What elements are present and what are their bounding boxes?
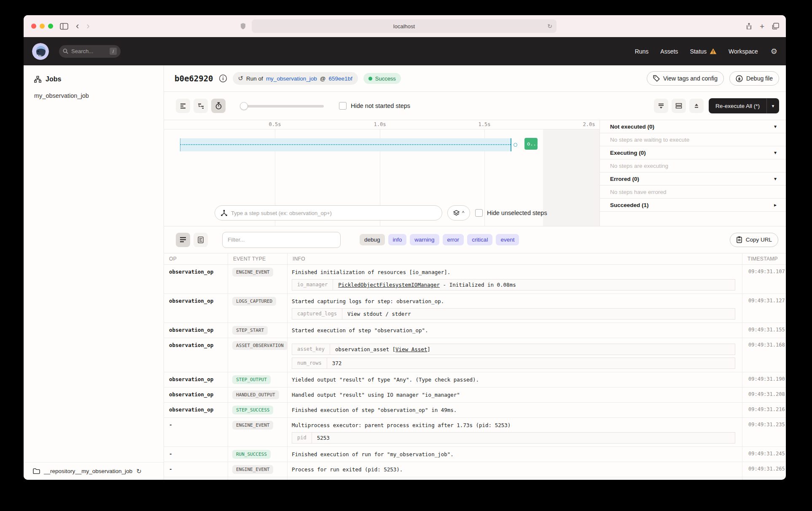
- metadata-link[interactable]: View Asset: [395, 346, 427, 352]
- debug-file-button[interactable]: Debug file: [729, 71, 779, 86]
- log-level-critical[interactable]: critical: [467, 234, 492, 245]
- log-row[interactable]: -ENGINE_EVENTProcess for run exited (pid…: [164, 462, 786, 477]
- log-message: Process for run exited (pid: 5253).: [292, 465, 735, 474]
- log-row[interactable]: observation_opLOGS_CAPTUREDStarted captu…: [164, 294, 786, 323]
- step-subset-input[interactable]: [231, 210, 436, 216]
- log-row[interactable]: observation_opSTEP_SUCCESSFinished execu…: [164, 403, 786, 418]
- global-search[interactable]: Search... /: [59, 45, 121, 58]
- flat-view-button[interactable]: [176, 99, 190, 113]
- nav-workspace[interactable]: Workspace: [729, 48, 758, 55]
- back-icon[interactable]: ‹: [76, 22, 79, 31]
- log-structured-view-button[interactable]: [194, 233, 208, 247]
- section-errored[interactable]: Errored (0) ▾: [600, 172, 786, 186]
- event-type-badge[interactable]: RUN_SUCCESS: [232, 450, 271, 459]
- gantt-canvas: o...: [164, 129, 600, 226]
- view-tags-config-button[interactable]: View tags and config: [647, 71, 724, 86]
- zoom-window-button[interactable]: [48, 24, 53, 29]
- reexecute-all-button[interactable]: Re-execute All (*): [709, 98, 766, 113]
- collapse-down-button[interactable]: [654, 99, 668, 113]
- info-icon[interactable]: [219, 74, 227, 83]
- sidebar-title-label: Jobs: [46, 75, 61, 83]
- hide-not-started-checkbox[interactable]: Hide not started steps: [339, 102, 410, 110]
- new-tab-icon[interactable]: +: [760, 22, 764, 30]
- forward-icon[interactable]: ›: [86, 22, 89, 31]
- event-type-badge[interactable]: STEP_START: [232, 326, 268, 335]
- event-type-badge[interactable]: LOGS_CAPTURED: [232, 297, 276, 306]
- nav-runs[interactable]: Runs: [635, 48, 649, 55]
- step-bar-observation-op[interactable]: o...: [524, 138, 538, 150]
- event-type-badge[interactable]: STEP_OUTPUT: [232, 375, 271, 384]
- log-filter-input[interactable]: [222, 232, 341, 248]
- log-level-warning[interactable]: warning: [410, 234, 439, 245]
- log-row[interactable]: observation_opSTEP_STARTStarted executio…: [164, 323, 786, 338]
- log-message: Multiprocess executor: parent process ex…: [292, 421, 735, 430]
- close-window-button[interactable]: [31, 24, 36, 29]
- checkbox-box[interactable]: [339, 102, 347, 110]
- slider-knob[interactable]: [240, 102, 248, 110]
- log-row[interactable]: observation_opASSET_OBSERVATIONasset_key…: [164, 338, 786, 372]
- log-level-info[interactable]: info: [388, 234, 407, 245]
- nav-status[interactable]: Status: [690, 48, 717, 55]
- log-list-view-button[interactable]: [176, 233, 190, 247]
- log-level-error[interactable]: error: [443, 234, 464, 245]
- reload-icon[interactable]: ↻: [547, 23, 552, 30]
- section-caption: No steps are waiting to execute: [600, 133, 786, 146]
- nav-assets[interactable]: Assets: [660, 48, 678, 55]
- browser-sidebar-icon[interactable]: [60, 23, 68, 30]
- col-header-timestamp: TIMESTAMP: [742, 253, 786, 264]
- event-type-badge[interactable]: ASSET_OBSERVATION: [232, 341, 288, 350]
- rows-view-button[interactable]: [672, 99, 686, 113]
- log-row[interactable]: -RUN_SUCCESSFinished execution of run fo…: [164, 447, 786, 462]
- event-type-badge[interactable]: ENGINE_EVENT: [232, 268, 273, 277]
- log-row[interactable]: observation_opENGINE_EVENTFinished initi…: [164, 265, 786, 294]
- minimize-window-button[interactable]: [40, 24, 45, 29]
- section-succeeded[interactable]: Succeeded (1) ▸: [600, 199, 786, 212]
- event-type-badge[interactable]: ENGINE_EVENT: [232, 465, 273, 474]
- run-status-badge: Success: [363, 73, 401, 84]
- gear-icon[interactable]: ⚙: [771, 47, 777, 56]
- tab-overview-icon[interactable]: [772, 23, 779, 30]
- url-text: localhost: [393, 23, 415, 30]
- waterfall-view-button[interactable]: [194, 99, 208, 113]
- graph-query-toggle-button[interactable]: ^: [447, 205, 470, 221]
- run-duration-band: [180, 138, 511, 151]
- debug-file-label: Debug file: [746, 75, 773, 82]
- log-row[interactable]: observation_opHANDLED_OUTPUTHandled outp…: [164, 387, 786, 403]
- log-row[interactable]: observation_opSTEP_OUTPUTYielded output …: [164, 372, 786, 387]
- metadata-link[interactable]: PickledObjectFilesystemIOManager: [338, 282, 440, 288]
- metadata-text: ]: [427, 346, 430, 352]
- snapshot-link[interactable]: 659ee1bf: [328, 75, 352, 82]
- log-level-event[interactable]: event: [496, 234, 519, 245]
- job-name-link[interactable]: my_observation_job: [266, 75, 317, 82]
- eject-button[interactable]: [689, 99, 704, 113]
- step-marker[interactable]: [514, 143, 517, 147]
- log-level-debug[interactable]: debug: [360, 234, 385, 245]
- metadata-entry: captured_logsView stdout / stderr: [292, 308, 735, 320]
- axis-tick: 1.0s: [374, 121, 386, 127]
- browser-window: ‹ › localhost ↻ +: [24, 15, 786, 480]
- hide-not-started-label: Hide not started steps: [351, 102, 410, 109]
- log-row[interactable]: -ENGINE_EVENTMultiprocess executor: pare…: [164, 418, 786, 447]
- section-not-executed[interactable]: Not executed (0) ▾: [600, 120, 786, 133]
- privacy-shield-icon: [240, 23, 246, 30]
- run-of-pill[interactable]: ↺ Run of my_observation_job @ 659ee1bf: [233, 72, 358, 85]
- timed-view-button[interactable]: [211, 99, 226, 113]
- event-type-badge[interactable]: HANDLED_OUTPUT: [232, 390, 279, 399]
- section-executing[interactable]: Executing (0) ▾: [600, 146, 786, 159]
- event-type-badge[interactable]: STEP_SUCCESS: [232, 406, 273, 414]
- sidebar-item-job[interactable]: my_observation_job: [34, 92, 164, 99]
- log-op-cell: -: [164, 462, 228, 477]
- gantt-toolbar: Hide not started steps Re-execute All (*: [164, 92, 786, 120]
- hide-unselected-checkbox[interactable]: Hide unselected steps: [475, 209, 547, 217]
- refresh-icon[interactable]: ↻: [136, 468, 142, 475]
- checkbox-box[interactable]: [475, 209, 483, 217]
- event-type-badge[interactable]: ENGINE_EVENT: [232, 421, 273, 430]
- copy-url-button[interactable]: Copy URL: [730, 233, 778, 247]
- reexecute-dropdown-button[interactable]: ▾: [766, 98, 779, 113]
- share-icon[interactable]: [746, 22, 752, 30]
- address-bar[interactable]: localhost ↻: [252, 19, 557, 33]
- zoom-slider[interactable]: [241, 102, 324, 110]
- section-caption: No steps have errored: [600, 186, 786, 199]
- dagster-logo[interactable]: [32, 43, 49, 60]
- repository-name: __repository__my_observation_job: [44, 468, 132, 474]
